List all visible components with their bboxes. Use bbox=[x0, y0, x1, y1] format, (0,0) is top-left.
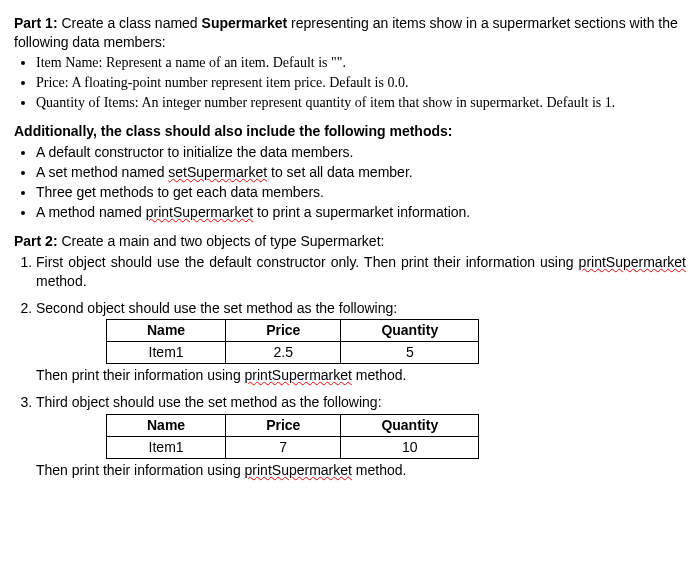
wavy-text: printSupermarket bbox=[245, 462, 352, 478]
table-row: Name Price Quantity bbox=[107, 320, 479, 342]
table-cell: 7 bbox=[226, 436, 341, 458]
part2-text: Create a main and two objects of type Su… bbox=[58, 233, 385, 249]
list-item: Third object should use the set method a… bbox=[36, 393, 686, 480]
table-cell: 2.5 bbox=[226, 342, 341, 364]
list-item: A default constructor to initialize the … bbox=[36, 143, 686, 162]
list-item: Price: A floating-point number represent… bbox=[36, 74, 686, 93]
part2-heading: Part 2: Create a main and two objects of… bbox=[14, 232, 686, 251]
table-header: Price bbox=[226, 415, 341, 437]
data-members-list: Item Name: Represent a name of an item. … bbox=[14, 54, 686, 113]
table-cell: 10 bbox=[341, 436, 479, 458]
part2-list: First object should use the default cons… bbox=[14, 253, 686, 480]
list-item: Second object should use the set method … bbox=[36, 299, 686, 386]
table-row: Item1 7 10 bbox=[107, 436, 479, 458]
additional-heading: Additionally, the class should also incl… bbox=[14, 122, 686, 141]
table-header: Quantity bbox=[341, 415, 479, 437]
part2-label: Part 2: bbox=[14, 233, 58, 249]
part1-label: Part 1: bbox=[14, 15, 58, 31]
methods-list: A default constructor to initialize the … bbox=[14, 143, 686, 222]
class-name: Supermarket bbox=[202, 15, 288, 31]
part1-heading: Part 1: Create a class named Supermarket… bbox=[14, 14, 686, 52]
list-item: A set method named setSupermarket to set… bbox=[36, 163, 686, 182]
table-header: Name bbox=[107, 415, 226, 437]
table-header: Quantity bbox=[341, 320, 479, 342]
part1-text1: Create a class named bbox=[58, 15, 202, 31]
table-cell: Item1 bbox=[107, 342, 226, 364]
wavy-text: setSupermarket bbox=[168, 164, 267, 180]
list-item: Item Name: Represent a name of an item. … bbox=[36, 54, 686, 73]
list-item: Quantity of Items: An integer number rep… bbox=[36, 94, 686, 113]
list-item: A method named printSupermarket to print… bbox=[36, 203, 686, 222]
list-item: First object should use the default cons… bbox=[36, 253, 686, 291]
table-header: Price bbox=[226, 320, 341, 342]
wavy-text: printSupermarket bbox=[245, 367, 352, 383]
wavy-text: printSupermarket bbox=[146, 204, 253, 220]
table-object3: Name Price Quantity Item1 7 10 bbox=[106, 414, 479, 459]
table-header: Name bbox=[107, 320, 226, 342]
table-row: Item1 2.5 5 bbox=[107, 342, 479, 364]
table-cell: 5 bbox=[341, 342, 479, 364]
list-item: Three get methods to get each data membe… bbox=[36, 183, 686, 202]
table-row: Name Price Quantity bbox=[107, 415, 479, 437]
table-cell: Item1 bbox=[107, 436, 226, 458]
table-object2: Name Price Quantity Item1 2.5 5 bbox=[106, 319, 479, 364]
wavy-text: printSupermarket bbox=[579, 254, 686, 270]
